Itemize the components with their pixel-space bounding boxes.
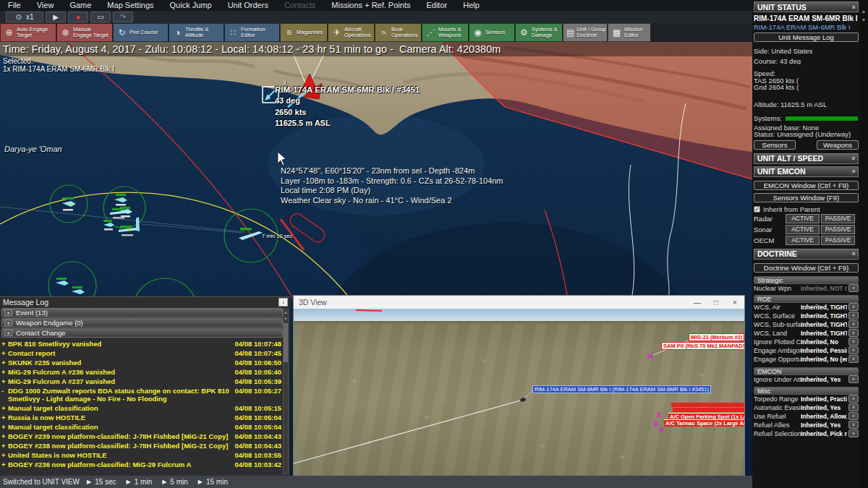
emcon-window-button[interactable]: EMCON Window (Ctrl + F9) [754, 181, 859, 190]
passive-button[interactable]: PASSIVE [821, 214, 855, 223]
minimize-icon[interactable]: — [688, 299, 707, 307]
scroll-up-icon[interactable]: ▲ [284, 309, 288, 316]
dropdown-button[interactable]: ∨ [848, 329, 859, 337]
active-button[interactable]: ACTIVE [786, 225, 820, 234]
menu-item[interactable]: Missions + Ref. Points [323, 0, 418, 11]
log-entry[interactable]: + MiG-29 Fulcrum A #237 vanished 04/08 1… [1, 377, 281, 386]
collapse-chevron-icon[interactable]: » [849, 5, 856, 9]
doctrine-window-button[interactable]: Doctrine Window (Ctrl + F9) [754, 263, 859, 273]
toolbar-button[interactable]: ≡ Magazines [280, 23, 328, 42]
toolbar-button[interactable]: ∷ FormationEditor [224, 23, 280, 42]
missile-label[interactable]: RIM-174A ERAM SM-6MR Blk I (RIM-174A ERA… [532, 385, 711, 393]
dropdown-button[interactable]: ∨ [848, 375, 859, 383]
contact-label-mig21[interactable]: MiG-21 (Merkum #2) [689, 333, 744, 341]
unit-class-link[interactable]: RIM-174A ERAM SM-6MR Blk I [754, 24, 859, 31]
dropdown-button[interactable]: ∨ [848, 412, 859, 420]
collapse-chevron-icon[interactable]: ▾ [4, 320, 12, 326]
dropdown-button[interactable]: ∨ [848, 284, 859, 292]
unit-status-header[interactable]: UNIT STATUS » [754, 1, 859, 12]
emcon-section-header[interactable]: UNIT EMCON » [754, 166, 859, 177]
toolbar-button[interactable]: ◉ Sensors [469, 23, 515, 42]
log-entry[interactable]: + Contact report 04/08 10:07:45 [1, 348, 281, 358]
3d-view-content[interactable]: MiG-21 (Merkum #2) SAM Plt (RbS 70 Mk1 M… [294, 309, 744, 475]
map-layers-button[interactable]: ▭ [90, 12, 111, 22]
toolbar-button[interactable]: ✈ AircraftOperations [328, 23, 375, 42]
record-button[interactable]: ● [68, 12, 88, 22]
weapons-button[interactable]: Weapons [817, 140, 859, 150]
log-entry[interactable]: + BPK 810 Smetlivyy vanished 04/08 10:07… [1, 339, 281, 348]
sidebar-scrollbar[interactable]: ▲ ▼ [859, 0, 868, 488]
passive-button[interactable]: PASSIVE [821, 236, 855, 245]
run-button[interactable]: ▶ [46, 12, 66, 22]
log-group-header[interactable]: ▾ Contact Change [1, 328, 283, 338]
menu-item[interactable]: Quick Jump [162, 0, 220, 11]
scroll-down-icon[interactable]: ▼ [284, 316, 288, 322]
inherit-checkbox[interactable]: ✓ [754, 206, 760, 213]
toolbar-button[interactable]: ⊗ ManualEngage Target [56, 23, 113, 42]
collapse-chevron-icon[interactable]: ▾ [4, 309, 12, 316]
log-entry[interactable]: + MiG-29 Fulcrum A #236 vanished 04/08 1… [1, 367, 281, 377]
time-step-button[interactable]: ▶ 1 min [127, 478, 153, 486]
menu-item[interactable]: Help [455, 0, 488, 11]
scroll-down-icon[interactable]: ▼ [859, 16, 868, 25]
dropdown-button[interactable]: ∨ [848, 421, 859, 429]
log-group-header[interactable]: ▾ Event (13) [1, 308, 283, 317]
unit-message-log-button[interactable]: Unit Message Log [754, 33, 859, 42]
log-entry[interactable]: + SKUNK #235 vanished 04/08 10:06:50 [1, 358, 281, 367]
menu-item[interactable]: File [0, 0, 29, 11]
sensors-window-button[interactable]: Sensors Window (F9) [754, 193, 859, 202]
passive-button[interactable]: PASSIVE [821, 225, 855, 234]
dropdown-button[interactable]: ∨ [848, 395, 859, 403]
time-step-button[interactable]: ▶ 15 sec [87, 478, 116, 486]
3d-view-titlebar[interactable]: 3D View — □ × [294, 296, 744, 309]
dropdown-button[interactable]: ∨ [848, 355, 859, 363]
collapse-chevron-icon[interactable]: » [849, 169, 856, 173]
scroll-to-bottom-button[interactable]: ↓ [278, 298, 288, 307]
facility-label-tarmac[interactable]: A/C Tarmac Space (2x Large Aircraft) [664, 419, 744, 427]
collapse-chevron-icon[interactable]: ▾ [4, 330, 12, 336]
alt-speed-section-header[interactable]: UNIT ALT / SPEED » [754, 153, 859, 164]
collapse-chevron-icon[interactable]: » [849, 252, 856, 255]
sim-speed-button[interactable]: ⊙ x1 [6, 12, 43, 22]
menu-item[interactable]: Contacts [276, 0, 323, 11]
log-entry[interactable]: + Manual target classification 04/08 10:… [1, 422, 281, 432]
sensors-button[interactable]: Sensors [754, 140, 796, 150]
log-entry[interactable]: - DDG 1000 Zumwalt reports BDA status ch… [1, 386, 281, 403]
toolbar-button[interactable]: ◑ Throttle &Altitude [169, 23, 224, 42]
dropdown-button[interactable]: ∨ [848, 346, 859, 354]
active-button[interactable]: ACTIVE [786, 214, 820, 223]
dropdown-button[interactable]: ∨ [848, 320, 859, 328]
toolbar-button[interactable]: ⚙ Systems &Damage [515, 23, 563, 42]
toolbar-button[interactable]: ⋰ Mounts &Weapons [422, 23, 469, 42]
doctrine-section-header[interactable]: DOCTRINE » [754, 249, 859, 260]
toolbar-button[interactable]: ↻ Plot Course [113, 23, 169, 42]
log-entry[interactable]: + BOGEY #238 now platform-classified: J-… [1, 441, 281, 450]
log-entry[interactable]: + BOGEY #239 now platform-classified: J-… [1, 432, 281, 441]
time-step-button[interactable]: ▶ 15 min [198, 478, 228, 486]
menu-item[interactable]: Map Settings [99, 0, 161, 11]
quick-jump-button[interactable]: ↷ [113, 12, 133, 22]
dropdown-button[interactable]: ∨ [848, 338, 859, 346]
toolbar-button[interactable]: ≈ BoatOperations [375, 23, 422, 42]
log-group-header[interactable]: ▾ Weapon Endgame (0) [1, 318, 283, 328]
dropdown-button[interactable]: ∨ [848, 429, 859, 437]
log-entry[interactable]: + Manual target classification 04/08 10:… [1, 403, 281, 413]
dropdown-button[interactable]: ∨ [848, 403, 859, 411]
menu-item[interactable]: Editor [418, 0, 455, 11]
dropdown-button[interactable]: ∨ [848, 312, 859, 320]
scrollbar-thumb[interactable] [284, 323, 288, 362]
toolbar-button[interactable]: ▤ Unit / GroupDoctrine [563, 23, 608, 42]
scroll-up-icon[interactable]: ▲ [859, 7, 868, 16]
expand-chevron-icon[interactable]: » [849, 156, 856, 160]
dropdown-button[interactable]: ∨ [848, 303, 859, 311]
toolbar-button[interactable]: ⊕ Auto EngageTarget [0, 23, 56, 42]
log-entry[interactable]: + United States is now HOSTILE 04/08 10:… [1, 450, 281, 460]
log-entry[interactable]: + BOGEY #236 now platform-classified: Mi… [1, 460, 281, 469]
log-entry[interactable]: + Russia is now HOSTILE 04/08 10:05:04 [1, 413, 281, 422]
toolbar-button[interactable]: ▦ MissionEditor [608, 23, 651, 42]
message-log-scrollbar[interactable]: ▲ ▼ [283, 309, 289, 474]
contact-label-sam[interactable]: SAM Plt (RbS 70 Mk1 MANPADS x 3) [661, 342, 744, 350]
maximize-icon[interactable]: □ [707, 299, 726, 307]
active-button[interactable]: ACTIVE [786, 236, 820, 245]
menu-item[interactable]: View [29, 0, 62, 11]
